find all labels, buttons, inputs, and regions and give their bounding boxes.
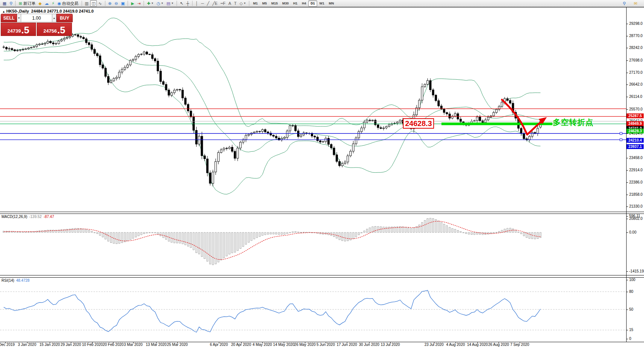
- cursor-icon: ↖: [180, 0, 183, 6]
- bar-chart-icon[interactable]: ▥: [83, 0, 90, 7]
- zoom-in-icon: ⊕: [108, 0, 112, 6]
- rsi-axis-label: 100: [629, 278, 635, 282]
- chat-icon[interactable]: ✉: [632, 0, 639, 7]
- volume-decrease-button[interactable]: ▼: [17, 14, 21, 22]
- gold-icon: ◆: [39, 0, 42, 6]
- chart-expand-icon[interactable]: ▲: [2, 10, 5, 13]
- toolbar: ▦⚲⊞新订单◆☁⚡◉自动交易▥◫∿⊕⊖▣▶⇥✚▼◷▼▤▼↖┼│─╱╱E┅FAT◇…: [0, 0, 644, 7]
- signal-icon[interactable]: ⚡: [50, 0, 56, 7]
- horizontal-line-icon: ─: [201, 0, 204, 6]
- timeframe-mn[interactable]: MN: [326, 0, 336, 7]
- price-level-label[interactable]: 24949.9: [627, 121, 644, 126]
- timeframe-m30[interactable]: M30: [280, 0, 291, 7]
- main-chart-canvas[interactable]: [0, 7, 626, 212]
- vertical-line-icon[interactable]: │: [194, 0, 200, 7]
- timeframe-h1[interactable]: H1: [291, 0, 300, 7]
- candles: [3, 33, 542, 186]
- sell-button[interactable]: SELL: [1, 14, 17, 22]
- timeframe-m15[interactable]: M15: [269, 0, 280, 7]
- price-axis-label: 28770.0: [629, 34, 643, 38]
- panel-separator[interactable]: [0, 214, 644, 214]
- line-handle[interactable]: [620, 132, 622, 135]
- chart-window[interactable]: ▲HK50-,Daily24484.0 24771.0 24419.0 2474…: [0, 7, 644, 347]
- macd-histogram: [3, 218, 541, 265]
- tile-windows-icon[interactable]: ▣: [119, 0, 126, 7]
- toolbar-left: ▦⚲⊞新订单◆☁⚡◉自动交易▥◫∿⊕⊖▣▶⇥✚▼◷▼▤▼↖┼│─╱╱E┅FAT◇…: [1, 0, 251, 7]
- price-axis-tick: [626, 109, 628, 110]
- periods-icon[interactable]: ◷▼: [155, 0, 165, 7]
- tile-windows-icon: ▣: [121, 0, 125, 6]
- crosshair-icon[interactable]: ┼: [185, 0, 191, 7]
- date-label: 13 Jul 2020: [370, 343, 411, 347]
- buy-button[interactable]: BUY: [56, 14, 73, 22]
- search-icon[interactable]: ⚲: [621, 0, 627, 7]
- annotation-text[interactable]: 多空转折点: [553, 117, 594, 128]
- timeframe-toolbar: M1M5M15M30H1H4D1W1MN: [251, 0, 336, 7]
- timeframe-m5[interactable]: M5: [260, 0, 269, 7]
- zoom-out-icon[interactable]: ⊖: [113, 0, 119, 7]
- line-chart-icon[interactable]: ∿: [97, 0, 103, 7]
- buy-price-display[interactable]: 24756.5: [37, 23, 72, 36]
- price-level-label[interactable]: 24628.3: [627, 129, 644, 133]
- gold-icon[interactable]: ◆: [37, 0, 43, 7]
- dropdown-arrow-icon[interactable]: ▼: [151, 0, 154, 6]
- price-axis-tick: [626, 182, 628, 183]
- new-chart-icon[interactable]: ▦: [1, 0, 8, 7]
- new-order-icon[interactable]: ⊞新订单: [17, 0, 37, 7]
- timeframe-h4[interactable]: H4: [300, 0, 309, 7]
- macd-axis-label: -1415.19: [629, 269, 644, 273]
- timeframe-w1[interactable]: W1: [317, 0, 327, 7]
- trendline-icon[interactable]: ╱: [206, 0, 211, 7]
- market-watch-icon[interactable]: ⚲: [8, 0, 14, 7]
- rsi-canvas[interactable]: [0, 278, 626, 342]
- templates-icon[interactable]: ▤▼: [165, 0, 175, 7]
- macd-signal-line: [4, 221, 540, 260]
- vertical-line-icon: │: [196, 0, 198, 6]
- volume-increase-button[interactable]: ▲: [52, 14, 56, 22]
- price-level-label[interactable]: 25287.5: [627, 113, 644, 118]
- trendline-icon: ╱: [207, 0, 210, 6]
- dropdown-arrow-icon[interactable]: ▼: [243, 0, 246, 6]
- chart-shift-icon[interactable]: ⇥: [136, 0, 142, 7]
- text-icon[interactable]: A: [227, 0, 233, 7]
- line-handle[interactable]: [620, 139, 622, 141]
- rsi-label: RSI(14)48.4728: [1, 278, 30, 282]
- autotrading-icon[interactable]: ◉自动交易: [56, 0, 80, 7]
- equidistant-channel-icon[interactable]: ╱E: [211, 0, 219, 7]
- price-axis-label: 22914.0: [629, 168, 643, 172]
- rsi-axis-label: 80: [629, 290, 633, 294]
- dropdown-arrow-icon[interactable]: ▼: [171, 0, 174, 6]
- cursor-icon[interactable]: ↖: [178, 0, 185, 7]
- macd-axis-tick: [626, 216, 628, 217]
- indicators-icon[interactable]: ✚▼: [145, 0, 155, 7]
- horizontal-line-icon[interactable]: ─: [200, 0, 206, 7]
- timeframe-m1[interactable]: M1: [251, 0, 260, 7]
- arrows-icon[interactable]: ◇▼: [238, 0, 247, 7]
- price-callout-box[interactable]: 24628.3: [403, 118, 434, 129]
- candlestick-chart-icon[interactable]: ◫: [90, 0, 97, 7]
- crosshair-icon: ┼: [186, 0, 189, 6]
- price-axis-label: 25570.0: [629, 107, 643, 111]
- panel-separator[interactable]: [0, 275, 644, 275]
- auto-scroll-icon[interactable]: ▶: [129, 0, 135, 7]
- macd-canvas[interactable]: [0, 214, 626, 275]
- text-label-icon[interactable]: T: [233, 0, 238, 7]
- toolbar-separator: [105, 1, 105, 6]
- panel-separator[interactable]: [0, 277, 644, 278]
- timeframe-d1[interactable]: D1: [308, 0, 317, 7]
- market-watch-icon: ⚲: [9, 0, 12, 6]
- sell-price-display[interactable]: 24739.5: [1, 23, 36, 36]
- price-axis-tick: [626, 97, 628, 97]
- highlight-band[interactable]: [441, 123, 552, 125]
- zoom-in-icon[interactable]: ⊕: [107, 0, 113, 7]
- price-level-label[interactable]: 24210.4: [627, 138, 644, 143]
- price-level-label[interactable]: 23937.1: [627, 144, 644, 149]
- buy-price-pips: .5: [57, 26, 65, 34]
- price-axis-tick: [626, 73, 628, 73]
- rsi-axis-tick: [626, 292, 628, 292]
- volume-input[interactable]: [21, 14, 52, 22]
- dropdown-arrow-icon[interactable]: ▼: [161, 0, 164, 6]
- panel-separator[interactable]: [0, 212, 644, 212]
- profile-icon[interactable]: ☁: [43, 0, 50, 7]
- fibonacci-icon[interactable]: ┅F: [219, 0, 227, 7]
